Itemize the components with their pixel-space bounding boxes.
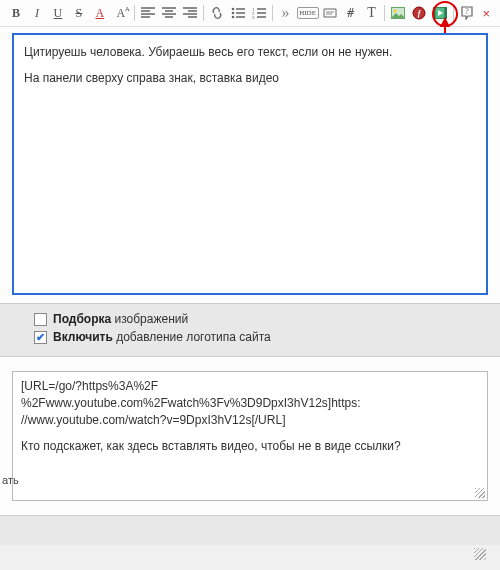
font-size-button[interactable]: A A	[111, 3, 131, 23]
bold-button[interactable]: B	[6, 3, 26, 23]
separator-icon	[203, 5, 204, 21]
ordered-list-button[interactable]: 123	[249, 3, 269, 23]
separator-icon	[384, 5, 385, 21]
checkbox-checked-icon[interactable]: ✔	[34, 331, 47, 344]
checkbox-unchecked-icon[interactable]	[34, 313, 47, 326]
svg-rect-11	[434, 8, 436, 19]
quote-line: %2Fwww.youtube.com%2Fwatch%3Fv%3D9DpxI3h…	[21, 395, 479, 412]
italic-button[interactable]: I	[27, 3, 47, 23]
hash-button[interactable]: #	[341, 3, 361, 23]
help-button[interactable]: ?	[457, 3, 477, 23]
underline-button[interactable]: U	[48, 3, 68, 23]
cutoff-text-fragment: ать	[0, 472, 21, 488]
quote-container: [URL=/go/?https%3A%2F %2Fwww.youtube.com…	[0, 357, 500, 515]
editor-toolbar: B I U S A A A 123 » HIDE # T f ? ×	[0, 0, 500, 27]
editor-line: Цитируешь человека. Убираешь весь его те…	[24, 43, 476, 61]
options-panel: Подборка изображений ✔ Включить добавлен…	[0, 303, 500, 357]
option-image-collection[interactable]: Подборка изображений	[34, 310, 486, 328]
align-center-button[interactable]	[159, 3, 179, 23]
resize-grip[interactable]	[475, 488, 485, 498]
resize-grip[interactable]	[474, 548, 486, 560]
svg-point-0	[231, 8, 234, 11]
hide-button[interactable]: HIDE	[297, 7, 319, 19]
strike-button[interactable]: S	[69, 3, 89, 23]
quote-text-box[interactable]: [URL=/go/?https%3A%2F %2Fwww.youtube.com…	[12, 371, 488, 501]
video-insert-button[interactable]	[430, 3, 450, 23]
svg-rect-12	[445, 8, 447, 19]
close-button[interactable]: ×	[478, 6, 494, 21]
separator-icon	[453, 5, 454, 21]
svg-point-1	[231, 12, 234, 15]
quote-line: [URL=/go/?https%3A%2F	[21, 378, 479, 395]
editor-container: Цитируешь человека. Убираешь весь его те…	[0, 27, 500, 303]
code-button[interactable]	[320, 3, 340, 23]
text-format-button[interactable]: T	[362, 3, 382, 23]
svg-text:?: ?	[466, 7, 470, 16]
quote-line: Кто подскажет, как здесь вставлять видео…	[21, 438, 479, 455]
unordered-list-button[interactable]	[228, 3, 248, 23]
font-color-button[interactable]: A	[90, 3, 110, 23]
align-left-button[interactable]	[138, 3, 158, 23]
option-label: Включить добавление логотипа сайта	[53, 330, 271, 344]
quote-button[interactable]: »	[276, 3, 296, 23]
separator-icon	[134, 5, 135, 21]
svg-point-7	[394, 10, 397, 13]
bottom-strip	[0, 515, 500, 545]
option-label: Подборка изображений	[53, 312, 188, 326]
editor-line: На панели сверху справа знак, вставка ви…	[24, 69, 476, 87]
image-button[interactable]	[388, 3, 408, 23]
rich-text-editor[interactable]: Цитируешь человека. Убираешь весь его те…	[12, 33, 488, 295]
quote-line: //www.youtube.com/watch?v=9DpxI3hV12s[/U…	[21, 412, 479, 429]
align-right-button[interactable]	[180, 3, 200, 23]
option-site-logo[interactable]: ✔ Включить добавление логотипа сайта	[34, 328, 486, 346]
flash-button[interactable]: f	[409, 3, 429, 23]
svg-point-2	[231, 16, 234, 19]
separator-icon	[272, 5, 273, 21]
link-button[interactable]	[207, 3, 227, 23]
svg-text:3: 3	[252, 15, 255, 19]
